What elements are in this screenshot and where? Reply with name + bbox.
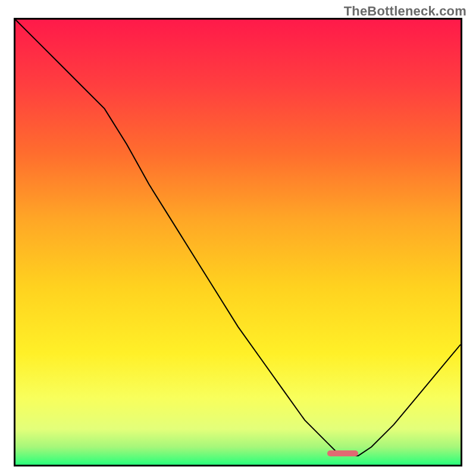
chart-area — [15, 20, 461, 465]
watermark-text: TheBottleneck.com — [344, 4, 466, 19]
minimum-marker — [327, 450, 358, 456]
chart-frame — [14, 18, 462, 466]
curve-line — [15, 20, 461, 465]
